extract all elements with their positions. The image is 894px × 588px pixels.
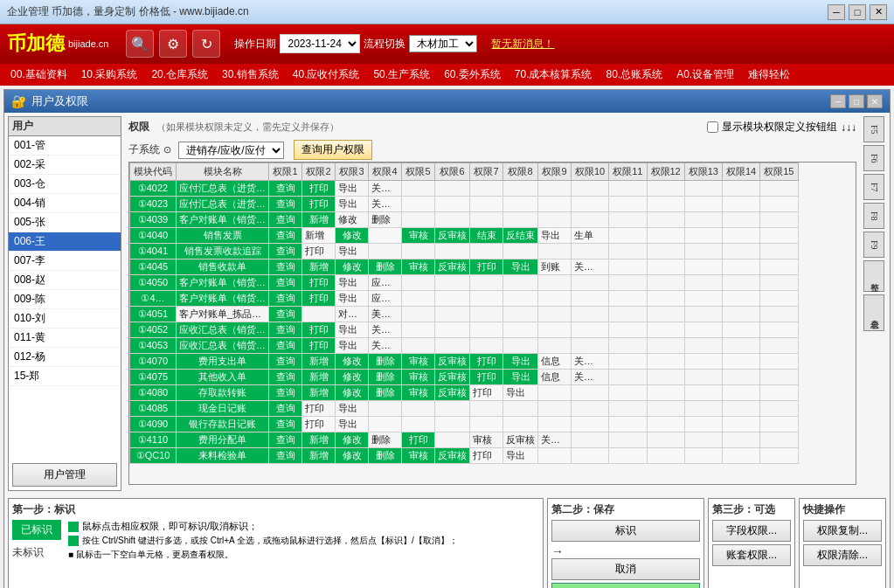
f7-button[interactable]: F7	[863, 174, 884, 200]
menu-item-3[interactable]: 30.销售系统	[215, 66, 286, 84]
table-cell[interactable]	[572, 448, 609, 464]
table-cell[interactable]	[435, 291, 470, 307]
table-cell[interactable]: 导出	[336, 338, 369, 354]
table-cell[interactable]: 新增	[302, 354, 336, 370]
table-cell[interactable]: 导出	[336, 401, 369, 417]
table-cell[interactable]	[609, 259, 647, 275]
table-cell[interactable]: 查询	[269, 291, 302, 307]
table-cell[interactable]	[538, 448, 572, 464]
maximize-button[interactable]: □	[849, 4, 866, 20]
win-minimize-button[interactable]: ─	[830, 94, 846, 108]
table-row[interactable]: ①4041销售发票收款追踪查询打印导出	[130, 244, 799, 259]
table-cell[interactable]	[369, 228, 402, 244]
table-cell[interactable]	[684, 291, 722, 307]
table-cell[interactable]: 反审核	[435, 370, 470, 385]
table-cell[interactable]	[647, 181, 684, 197]
f6-button[interactable]: F6	[863, 145, 884, 171]
table-cell[interactable]: 修改	[336, 448, 369, 464]
table-cell[interactable]	[684, 432, 722, 448]
table-cell[interactable]	[647, 448, 684, 464]
table-cell[interactable]	[684, 338, 722, 354]
table-cell[interactable]	[538, 385, 572, 401]
table-cell[interactable]	[538, 307, 572, 322]
table-cell[interactable]: 修改	[336, 385, 369, 401]
table-cell[interactable]	[609, 197, 647, 212]
table-cell[interactable]	[538, 244, 572, 259]
table-cell[interactable]: 打印	[302, 401, 336, 417]
table-cell[interactable]	[609, 322, 647, 338]
table-cell[interactable]	[503, 338, 538, 354]
table-cell[interactable]: 审核	[470, 432, 503, 448]
search-icon-btn[interactable]: 🔍	[126, 30, 154, 58]
user-item[interactable]: 006-王	[9, 232, 121, 252]
table-cell[interactable]	[572, 307, 609, 322]
table-row[interactable]: ①4045销售收款单查询新增修改删除审核反审核打印导出到账关…	[130, 259, 799, 275]
table-cell[interactable]	[647, 244, 684, 259]
table-cell[interactable]	[723, 197, 760, 212]
table-cell[interactable]	[503, 197, 538, 212]
menu-item-10[interactable]: 难得轻松	[741, 66, 797, 84]
identify-button[interactable]: 标识	[551, 520, 700, 542]
table-cell[interactable]: 银行存款日记账	[177, 417, 269, 432]
table-cell[interactable]: 信息	[538, 370, 572, 385]
table-cell[interactable]	[647, 259, 684, 275]
table-cell[interactable]: 应…	[369, 291, 402, 307]
table-cell[interactable]: ①4090	[130, 417, 177, 432]
all-table-button[interactable]: 总全表	[863, 294, 884, 331]
table-cell[interactable]	[503, 401, 538, 417]
table-cell[interactable]: 关…	[572, 259, 609, 275]
table-row[interactable]: ①4090银行存款日记账查询打印导出	[130, 417, 799, 432]
table-cell[interactable]	[609, 291, 647, 307]
table-cell[interactable]: 客户对账单_拣品…	[177, 307, 269, 322]
table-cell[interactable]: 查询	[269, 181, 302, 197]
table-cell[interactable]: 修改	[336, 432, 369, 448]
user-item[interactable]: 012-杨	[9, 348, 121, 367]
table-cell[interactable]: 费用支出单	[177, 354, 269, 370]
table-cell[interactable]	[760, 448, 798, 464]
table-cell[interactable]	[684, 275, 722, 291]
menu-item-0[interactable]: 00.基础资料	[3, 66, 74, 84]
menu-item-2[interactable]: 20.仓库系统	[144, 66, 215, 84]
table-cell[interactable]	[572, 401, 609, 417]
table-cell[interactable]	[684, 259, 722, 275]
table-cell[interactable]	[572, 181, 609, 197]
table-cell[interactable]: 查询	[269, 259, 302, 275]
table-cell[interactable]	[760, 212, 798, 228]
table-cell[interactable]	[402, 401, 435, 417]
table-cell[interactable]: 修改	[336, 370, 369, 385]
table-cell[interactable]	[647, 417, 684, 432]
table-cell[interactable]: 对…	[336, 307, 369, 322]
table-cell[interactable]	[647, 197, 684, 212]
table-cell[interactable]: 关…	[369, 322, 402, 338]
table-cell[interactable]: ①4039	[130, 212, 177, 228]
table-cell[interactable]	[402, 197, 435, 212]
table-cell[interactable]	[538, 417, 572, 432]
win-maximize-button[interactable]: □	[849, 94, 864, 108]
user-item[interactable]: 007-李	[9, 252, 121, 271]
table-cell[interactable]	[684, 385, 722, 401]
table-cell[interactable]	[609, 417, 647, 432]
table-cell[interactable]: 导出	[503, 259, 538, 275]
table-cell[interactable]	[647, 354, 684, 370]
table-cell[interactable]: 打印	[302, 338, 336, 354]
identified-button[interactable]: 已标识	[12, 520, 61, 540]
table-cell[interactable]: 查询	[269, 275, 302, 291]
table-cell[interactable]	[302, 307, 336, 322]
table-cell[interactable]: 打印	[470, 370, 503, 385]
table-cell[interactable]	[402, 338, 435, 354]
table-cell[interactable]	[760, 432, 798, 448]
table-cell[interactable]: 导出	[336, 322, 369, 338]
date-select[interactable]: 2023-11-24	[280, 34, 360, 53]
table-cell[interactable]	[647, 228, 684, 244]
table-row[interactable]: ①4080存取款转账查询新增修改删除审核反审核打印导出	[130, 385, 799, 401]
minimize-button[interactable]: ─	[828, 4, 845, 20]
refresh-icon-btn[interactable]: ↻	[192, 30, 220, 58]
table-cell[interactable]	[760, 181, 798, 197]
table-cell[interactable]	[538, 181, 572, 197]
table-cell[interactable]: 删除	[369, 370, 402, 385]
query-rights-button[interactable]: 查询用户权限	[294, 140, 372, 160]
table-cell[interactable]: 审核	[402, 370, 435, 385]
table-cell[interactable]	[647, 401, 684, 417]
table-cell[interactable]: 审核	[402, 385, 435, 401]
table-cell[interactable]	[647, 432, 684, 448]
